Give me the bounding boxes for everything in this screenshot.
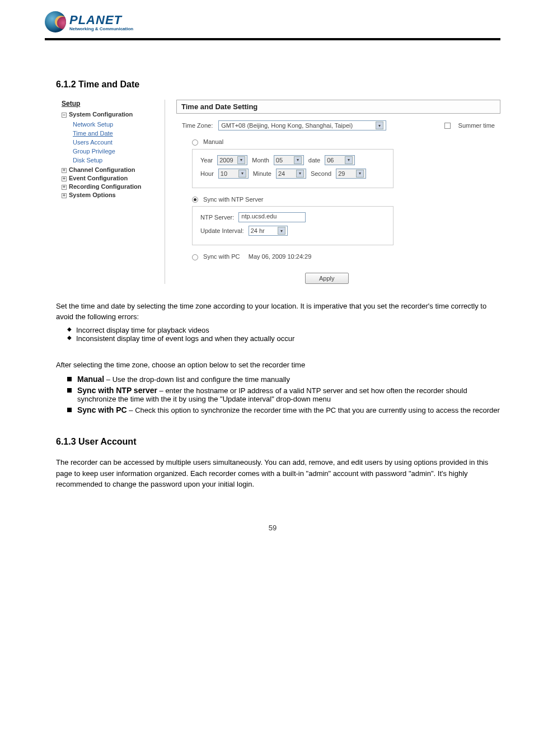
opt-pc: Sync with PC – Check this option to sync… xyxy=(67,405,500,414)
page-number: 59 xyxy=(45,524,500,532)
hour-select[interactable]: 10▾ xyxy=(218,169,249,179)
ntp-server-label: NTP Server: xyxy=(200,214,234,221)
update-interval-label: Update Interval: xyxy=(200,227,244,234)
chevron-down-icon: ▾ xyxy=(345,156,353,164)
logo: PLANET Networking & Communication xyxy=(45,11,500,32)
screenshot-panel: Setup −System Configuration Network Setu… xyxy=(62,100,500,284)
paragraph-intro: Set the time and date by selecting the t… xyxy=(56,301,500,323)
logo-brand: PLANET xyxy=(69,13,133,27)
header-divider xyxy=(45,38,500,40)
logo-tagline: Networking & Communication xyxy=(69,26,133,31)
nav-network-setup[interactable]: Network Setup xyxy=(73,120,161,129)
square-icon xyxy=(67,408,72,412)
square-icon xyxy=(67,377,72,381)
date-label: date xyxy=(308,157,320,164)
expand-icon[interactable]: + xyxy=(62,176,67,181)
month-select[interactable]: 05▾ xyxy=(274,155,304,165)
timezone-label: Time Zone: xyxy=(182,122,213,129)
square-icon xyxy=(67,388,72,393)
radio-ntp[interactable] xyxy=(192,197,198,203)
chevron-down-icon: ▾ xyxy=(278,227,285,235)
ntp-label: Sync with NTP Server xyxy=(203,196,263,203)
opt-ntp: Sync with NTP server – enter the hostnam… xyxy=(67,386,500,403)
nav-event-config[interactable]: +Event Configuration xyxy=(62,175,161,181)
summer-time-label: Summer time xyxy=(458,122,495,129)
expand-icon[interactable]: + xyxy=(62,193,67,198)
collapse-icon[interactable]: − xyxy=(62,113,67,118)
second-select[interactable]: 29▾ xyxy=(336,169,366,179)
chevron-down-icon: ▾ xyxy=(294,156,302,164)
paragraph-613: The recorder can be accessed by multiple… xyxy=(56,457,500,490)
bullet-2: ◆Inconsistent display time of event logs… xyxy=(67,334,500,343)
expand-icon[interactable]: + xyxy=(62,168,67,173)
minute-label: Minute xyxy=(253,170,271,177)
year-label: Year xyxy=(200,157,213,164)
radio-manual[interactable] xyxy=(192,139,198,146)
year-select[interactable]: 2009▾ xyxy=(217,155,247,165)
section-heading-612: 6.1.2 Time and Date xyxy=(56,80,500,90)
nav-disk-setup[interactable]: Disk Setup xyxy=(73,156,161,165)
ntp-server-input[interactable]: ntp.ucsd.edu xyxy=(238,212,306,222)
timezone-select[interactable]: GMT+08 (Beijing, Hong Kong, Shanghai, Ta… xyxy=(218,120,386,130)
nav-system-options[interactable]: +System Options xyxy=(62,192,161,198)
chevron-down-icon: ▾ xyxy=(237,156,245,164)
nav-recording-config[interactable]: +Recording Configuration xyxy=(62,183,161,190)
bullet-1: ◆Incorrect display time for playback vid… xyxy=(67,326,500,334)
radio-sync-pc[interactable] xyxy=(192,254,198,260)
update-interval-select[interactable]: 24 hr▾ xyxy=(249,226,288,236)
minute-select[interactable]: 24▾ xyxy=(276,169,306,179)
summer-time-checkbox[interactable] xyxy=(444,123,451,129)
sync-pc-label: Sync with PC xyxy=(203,253,240,260)
section-heading-613: 6.1.3 User Account xyxy=(56,437,500,447)
nav-time-and-date[interactable]: Time and Date xyxy=(73,129,161,138)
hour-label: Hour xyxy=(200,170,214,177)
nav-group-privilege[interactable]: Group Privilege xyxy=(73,147,161,156)
paragraph-options: After selecting the time zone, choose an… xyxy=(56,360,500,371)
panel-title: Time and Date Setting xyxy=(176,100,500,114)
expand-icon[interactable]: + xyxy=(62,185,67,190)
date-select[interactable]: 06▾ xyxy=(325,155,355,165)
chevron-down-icon: ▾ xyxy=(238,170,246,178)
nav-channel-config[interactable]: +Channel Configuration xyxy=(62,166,161,173)
chevron-down-icon: ▾ xyxy=(356,170,364,178)
second-label: Second xyxy=(311,170,331,177)
opt-manual: Manual – Use the drop-down list and conf… xyxy=(67,375,500,384)
sync-pc-time: May 06, 2009 10:24:29 xyxy=(249,253,312,260)
logo-mark-icon xyxy=(45,11,66,32)
nav-title[interactable]: Setup xyxy=(62,100,161,108)
chevron-down-icon: ▾ xyxy=(376,122,383,129)
month-label: Month xyxy=(252,157,269,164)
nav-tree: Setup −System Configuration Network Setu… xyxy=(62,100,165,284)
chevron-down-icon: ▾ xyxy=(296,170,304,178)
nav-users-account[interactable]: Users Account xyxy=(73,138,161,147)
apply-button[interactable]: Apply xyxy=(305,273,349,284)
nav-root-system-config[interactable]: −System Configuration xyxy=(62,111,161,118)
manual-label: Manual xyxy=(203,138,223,145)
